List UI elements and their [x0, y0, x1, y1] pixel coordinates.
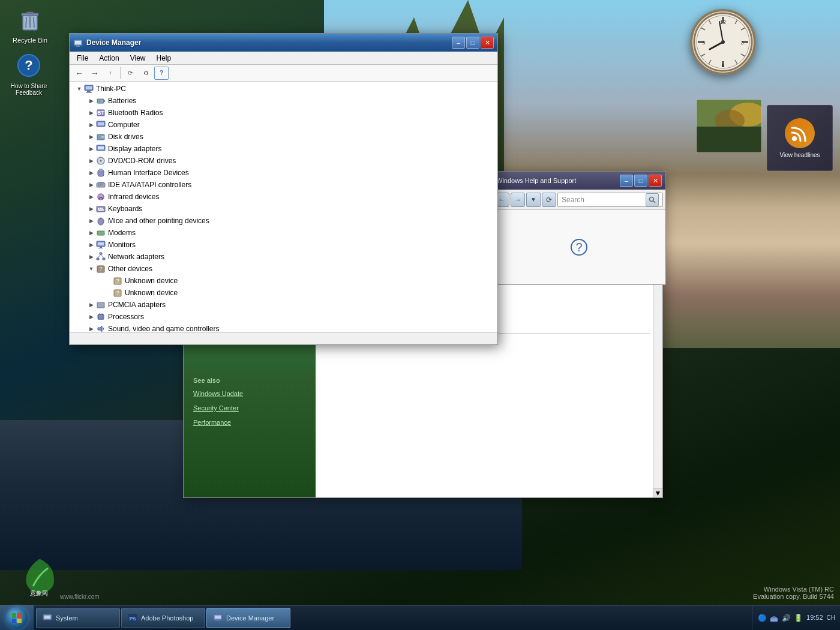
- expander-pcmcia[interactable]: ▶: [86, 300, 96, 310]
- expander-network[interactable]: ▶: [86, 252, 96, 262]
- tree-label-display: Display adapters: [108, 145, 161, 153]
- tree-item-disk[interactable]: ▶ Disk drives: [70, 131, 497, 143]
- performance-link[interactable]: Performance: [184, 416, 316, 428]
- tree-item-pcmcia[interactable]: ▶ PCMCIA adapters: [70, 299, 497, 311]
- tree-item-ide[interactable]: ▶ IDE ATA/ATAPI controllers: [70, 179, 497, 191]
- expander-unknown1: [103, 276, 113, 286]
- tree-root[interactable]: ▼ Think-PC: [70, 83, 497, 95]
- tray-battery-icon[interactable]: 🔋: [793, 613, 803, 623]
- tree-expander-root[interactable]: ▼: [74, 84, 84, 94]
- unknown2-icon: ?: [113, 288, 122, 298]
- tree-item-batteries[interactable]: ▶ Batteries: [70, 95, 497, 107]
- tree-item-modems[interactable]: ▶ Modems: [70, 227, 497, 239]
- tree-label-unknown1: Unknown device: [125, 277, 178, 285]
- taskbar-item-photoshop[interactable]: Ps Adobe Photoshop: [121, 608, 205, 628]
- rss-widget[interactable]: View headlines: [767, 105, 833, 171]
- help-title: Windows Help and Support: [496, 177, 616, 184]
- expander-ide[interactable]: ▶: [86, 180, 96, 190]
- toolbar-forward[interactable]: →: [88, 67, 102, 80]
- tree-item-dvd[interactable]: ▶ DVD/CD-ROM drives: [70, 155, 497, 167]
- taskbar-clock[interactable]: 19:52: [806, 613, 823, 622]
- toolbar-help[interactable]: ?: [154, 67, 169, 80]
- expander-processors[interactable]: ▶: [86, 312, 96, 322]
- network-icon: [96, 252, 106, 262]
- help-minimize-btn[interactable]: –: [620, 175, 633, 187]
- expander-mice[interactable]: ▶: [86, 216, 96, 226]
- close-button[interactable]: ✕: [481, 37, 494, 49]
- tree-item-mice[interactable]: ▶ Mice and other pointing devices: [70, 215, 497, 227]
- minimize-button[interactable]: –: [452, 37, 465, 49]
- tree-item-unknown1[interactable]: ? Unknown device: [70, 275, 497, 287]
- tree-item-bluetooth[interactable]: ▶ BT Bluetooth Radios: [70, 107, 497, 119]
- expander-modems[interactable]: ▶: [86, 228, 96, 238]
- help-address-dropdown[interactable]: ▼: [526, 193, 541, 207]
- scroll-down-btn[interactable]: ▼: [653, 488, 662, 497]
- tray-volume-icon[interactable]: 🔊: [781, 613, 791, 623]
- tree-item-infrared[interactable]: ▶ Infrared devices: [70, 191, 497, 203]
- expander-monitors[interactable]: ▶: [86, 240, 96, 250]
- toolbar-back[interactable]: ←: [72, 67, 86, 80]
- monitors-icon: [96, 240, 106, 250]
- help-close-btn[interactable]: ✕: [649, 175, 662, 187]
- svg-rect-33: [697, 127, 762, 153]
- svg-text:3: 3: [740, 40, 743, 46]
- help-refresh-btn[interactable]: ⟳: [542, 193, 556, 207]
- expander-bluetooth[interactable]: ▶: [86, 108, 96, 118]
- svg-rect-80: [103, 258, 105, 260]
- tree-item-monitors[interactable]: ▶ Monitors: [70, 239, 497, 251]
- windows-update-link[interactable]: Windows Update: [184, 388, 316, 400]
- menu-view[interactable]: View: [125, 53, 151, 64]
- taskbar-item-system[interactable]: System: [36, 608, 120, 628]
- expander-keyboards[interactable]: ▶: [86, 204, 96, 214]
- rss-icon: [785, 118, 815, 148]
- device-manager-window: Device Manager – □ ✕ File Action View He…: [69, 33, 498, 345]
- help-search-button[interactable]: [646, 193, 659, 206]
- device-manager-content[interactable]: ▼ Think-PC ▶ Batteries: [70, 82, 497, 332]
- expander-sound[interactable]: ▶: [86, 324, 96, 332]
- device-manager-title: Device Manager: [86, 38, 448, 47]
- tree-item-other[interactable]: ▼ ? Other devices: [70, 263, 497, 275]
- desktop-icon-feedback[interactable]: ? How to Share Feedback: [5, 51, 53, 97]
- menu-file[interactable]: File: [72, 53, 93, 64]
- taskbar-item-devmgr[interactable]: Device Manager: [206, 608, 290, 628]
- expander-display[interactable]: ▶: [86, 144, 96, 154]
- toolbar-up[interactable]: ↑: [103, 67, 118, 80]
- tree-item-computer[interactable]: ▶ Computer: [70, 119, 497, 131]
- expander-infrared[interactable]: ▶: [86, 192, 96, 202]
- tree-item-hid[interactable]: ▶ Human Interface Devices: [70, 167, 497, 179]
- expander-hid[interactable]: ▶: [86, 168, 96, 178]
- help-maximize-btn[interactable]: □: [634, 175, 647, 187]
- tree-item-processors[interactable]: ▶ Processors: [70, 311, 497, 323]
- help-forward-btn[interactable]: →: [511, 193, 525, 207]
- disk-icon: [96, 132, 106, 142]
- expander-disk[interactable]: ▶: [86, 132, 96, 142]
- recycle-bin-label: Recycle Bin: [11, 36, 49, 44]
- security-center-link[interactable]: Security Center: [184, 402, 316, 414]
- svg-text:12: 12: [720, 19, 726, 25]
- maximize-button[interactable]: □: [466, 37, 479, 49]
- menu-action[interactable]: Action: [94, 53, 124, 64]
- tree-item-sound[interactable]: ▶ Sound, video and game controllers: [70, 323, 497, 332]
- svg-rect-42: [97, 99, 104, 103]
- svg-text:BT: BT: [97, 110, 104, 116]
- tree-item-keyboards[interactable]: ▶ Keyboards: [70, 203, 497, 215]
- svg-text:?: ?: [25, 58, 32, 73]
- expander-dvd[interactable]: ▶: [86, 156, 96, 166]
- tree-item-unknown2[interactable]: ? Unknown device: [70, 287, 497, 299]
- desktop-icon-recycle-bin[interactable]: Recycle Bin: [6, 5, 54, 44]
- expander-other[interactable]: ▼: [86, 264, 96, 274]
- tray-network-icon[interactable]: [769, 613, 779, 623]
- expander-computer[interactable]: ▶: [86, 120, 96, 130]
- menu-help[interactable]: Help: [152, 53, 176, 64]
- tree-item-display[interactable]: ▶ Display adapters: [70, 143, 497, 155]
- start-button[interactable]: [0, 605, 34, 631]
- svg-line-115: [653, 201, 655, 203]
- taskbar-devmgr-label: Device Manager: [226, 614, 274, 622]
- toolbar-scan[interactable]: ⟳: [123, 67, 137, 80]
- expander-batteries[interactable]: ▶: [86, 96, 96, 106]
- tree-item-network[interactable]: ▶ Network adapters: [70, 251, 497, 263]
- toolbar-props[interactable]: ⚙: [139, 67, 153, 80]
- tray-bluetooth-icon[interactable]: 🔵: [757, 613, 767, 623]
- help-search-box[interactable]: Search: [557, 193, 663, 207]
- svg-line-3: [26, 17, 26, 28]
